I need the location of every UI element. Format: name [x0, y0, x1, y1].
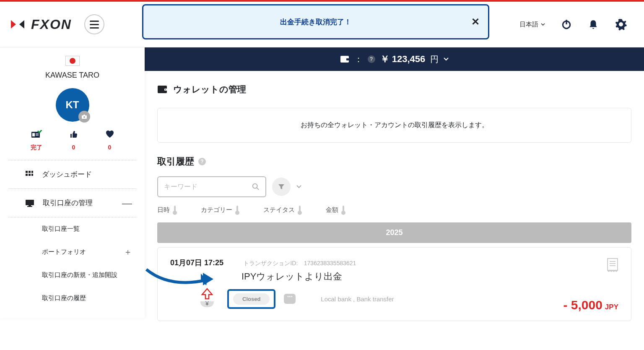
transaction-card[interactable]: 01月07日 17:25 トランザクションID: 173623833558362…: [157, 247, 631, 321]
avatar-initials: KT: [66, 99, 79, 111]
notification-toast: 出金手続き取消完了！ ✕: [142, 4, 489, 39]
sort-status[interactable]: ステイタス: [263, 206, 301, 214]
svg-rect-27: [608, 259, 618, 270]
menu-label: 取引口座の履歴: [42, 294, 86, 302]
sidebar-item-new-account[interactable]: 取引口座の新規・追加開設: [8, 264, 136, 287]
status-highlight-box: Closed: [227, 289, 275, 309]
svg-rect-17: [26, 200, 34, 205]
expand-icon: ＋: [124, 246, 132, 258]
stat-thumbs[interactable]: 0: [70, 130, 78, 151]
svg-rect-3: [346, 58, 349, 60]
svg-marker-25: [203, 273, 213, 285]
svg-line-24: [257, 188, 259, 190]
search-icon: [252, 183, 260, 191]
country-flag-icon: [65, 56, 80, 66]
panel-description: お持ちの全ウォレット・アカウントの取引履歴を表示します。: [170, 121, 618, 130]
page-title: ウォレットの管理: [173, 84, 246, 95]
svg-point-23: [253, 184, 257, 188]
status-badge: Closed: [233, 293, 270, 305]
chevron-down-icon: [541, 23, 545, 26]
bell-icon[interactable]: [588, 19, 599, 30]
menu-label: 取引口座一覧: [42, 225, 80, 233]
grid-icon: [25, 170, 34, 179]
svg-rect-19: [27, 206, 32, 207]
balance-bar[interactable]: ： ? ￥ 123,456 円: [145, 47, 644, 71]
heart-icon: [105, 130, 114, 141]
main-content: ウォレットの管理 お持ちの全ウォレット・アカウントの取引履歴を表示します。 取引…: [145, 71, 644, 321]
svg-rect-18: [29, 205, 31, 206]
svg-rect-14: [26, 174, 28, 176]
logo[interactable]: FXON: [8, 15, 72, 34]
stat-label: 完了: [31, 144, 42, 151]
svg-rect-5: [83, 115, 85, 116]
language-selector[interactable]: 日本語: [519, 21, 545, 29]
sidebar-item-account-list[interactable]: 取引口座一覧: [8, 217, 136, 240]
camera-icon[interactable]: [78, 111, 90, 123]
transaction-method: Local bank , Bank transfer: [321, 295, 394, 303]
stat-count: 0: [105, 144, 114, 151]
svg-point-22: [165, 89, 166, 90]
sidebar: KAWASE TARO KT 完了 0 0 ダッシュボード: [0, 47, 145, 318]
section-title: 取引履歴 ?: [145, 147, 644, 172]
filter-button[interactable]: [272, 178, 291, 196]
svg-rect-12: [29, 171, 31, 173]
menu-label: ダッシュボード: [42, 170, 92, 179]
monitor-icon: [25, 199, 34, 207]
thumbs-up-icon: [70, 130, 78, 141]
colon: ：: [354, 54, 363, 65]
withdraw-icon: ¥: [195, 287, 219, 311]
gear-icon[interactable]: [615, 18, 627, 31]
help-icon[interactable]: ?: [368, 55, 375, 63]
sort-amount[interactable]: 金額: [326, 206, 344, 214]
close-icon[interactable]: ✕: [471, 16, 480, 28]
sidebar-item-account-management[interactable]: 取引口座の管理 —: [8, 189, 136, 217]
collapse-icon: —: [122, 197, 132, 209]
year-header: 2025: [157, 222, 631, 243]
svg-rect-15: [29, 174, 31, 176]
username: KAWASE TARO: [0, 71, 145, 80]
chevron-down-icon: [444, 57, 449, 61]
wallet-icon: [157, 85, 167, 94]
stat-count: 0: [70, 144, 78, 151]
toast-message: 出金手続き取消完了！: [280, 17, 351, 27]
avatar[interactable]: KT: [56, 88, 89, 122]
sidebar-item-portfolio[interactable]: ポートフォリオ＋: [8, 240, 136, 264]
power-icon[interactable]: [561, 19, 572, 30]
logo-icon: [8, 15, 27, 34]
help-icon[interactable]: ?: [198, 158, 206, 165]
menu-label: 取引口座の新規・追加開設: [42, 271, 117, 279]
balance-amount: ￥ 123,456: [380, 53, 426, 65]
menu-label: 取引口座の管理: [43, 198, 93, 208]
menu-toggle-button[interactable]: [84, 14, 104, 34]
page-title-row: ウォレットの管理: [145, 71, 644, 104]
search-input[interactable]: [164, 183, 248, 191]
chevron-down-icon[interactable]: [296, 185, 301, 188]
transaction-id: 1736238335583621: [304, 260, 356, 266]
transaction-amount: - 5,000JPY: [563, 298, 618, 312]
wallet-icon: [340, 55, 349, 63]
stat-hearts[interactable]: 0: [105, 130, 114, 151]
sort-category[interactable]: カテゴリー: [201, 206, 238, 214]
logo-text: FXON: [31, 17, 72, 32]
svg-point-6: [83, 116, 85, 118]
balance-currency: 円: [430, 54, 439, 65]
svg-rect-13: [31, 171, 33, 173]
sort-row: 日時 カテゴリー ステイタス 金額: [145, 201, 644, 222]
transaction-id-label: トランザクションID:: [243, 260, 298, 266]
funnel-icon: [278, 183, 285, 190]
profile-stats: 完了 0 0: [8, 130, 136, 160]
stat-complete[interactable]: 完了: [31, 130, 42, 151]
chat-icon[interactable]: [284, 294, 296, 304]
receipt-icon[interactable]: [607, 258, 618, 272]
sidebar-item-account-history[interactable]: 取引口座の履歴: [8, 287, 136, 310]
search-box[interactable]: [157, 176, 266, 197]
sidebar-item-dashboard[interactable]: ダッシュボード: [8, 160, 136, 189]
id-card-icon: [31, 130, 42, 141]
svg-text:¥: ¥: [205, 300, 209, 307]
description-panel: お持ちの全ウォレット・アカウントの取引履歴を表示します。: [157, 108, 631, 143]
svg-rect-16: [31, 174, 33, 176]
svg-rect-11: [26, 171, 28, 173]
filter-row: [145, 172, 644, 201]
sort-date[interactable]: 日時: [157, 206, 176, 214]
transaction-title: IPYウォレットより出金: [242, 270, 618, 283]
